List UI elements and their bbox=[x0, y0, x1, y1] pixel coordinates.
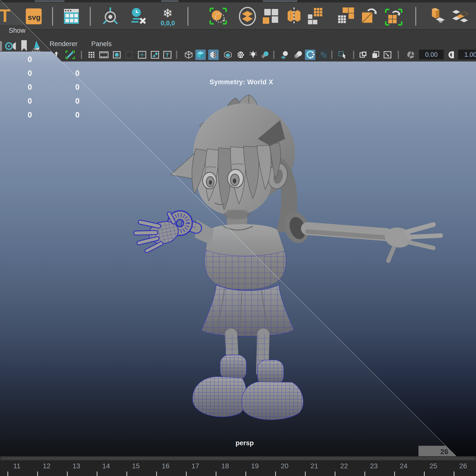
frame-tick bbox=[275, 472, 276, 476]
hud-count: 0 bbox=[25, 69, 35, 78]
arm-right bbox=[280, 209, 441, 261]
hud-count: 0 bbox=[72, 97, 82, 106]
maya-window: { "shelf": { "svg_label": "svg", "snowfl… bbox=[0, 0, 476, 476]
frame-label: 15 bbox=[128, 462, 143, 470]
hud-count: 0 bbox=[25, 83, 35, 92]
frame-label: 16 bbox=[158, 462, 173, 470]
arm-left-wireframe bbox=[136, 214, 196, 251]
frame-label: 20 bbox=[277, 462, 292, 470]
camera-name-label: persp bbox=[236, 439, 254, 447]
frame-tick bbox=[335, 472, 335, 476]
neck-shadow bbox=[223, 210, 251, 219]
frame-tick bbox=[394, 472, 395, 476]
frame-tick bbox=[454, 472, 454, 476]
frame-tick bbox=[424, 472, 425, 476]
frame-tick bbox=[37, 472, 38, 476]
time-range-slider[interactable] bbox=[0, 456, 476, 461]
frame-label: 18 bbox=[218, 462, 233, 470]
frame-label: 26 bbox=[456, 462, 471, 470]
hud-count: 0 bbox=[72, 83, 82, 92]
frame-tick bbox=[7, 472, 8, 476]
frame-label: 13 bbox=[69, 462, 84, 470]
hud-count: 0 bbox=[72, 69, 82, 78]
frame-label: 21 bbox=[307, 462, 322, 470]
frame-tick bbox=[305, 472, 306, 476]
frame-label: 24 bbox=[396, 462, 411, 470]
frame-tick bbox=[126, 472, 127, 476]
hud-count: 0 bbox=[25, 111, 35, 119]
frame-tick bbox=[156, 472, 157, 476]
frame-label: 17 bbox=[188, 462, 203, 470]
boots bbox=[193, 355, 303, 420]
frame-tick bbox=[364, 472, 365, 476]
frame-label: 11 bbox=[9, 462, 24, 470]
frame-label: 22 bbox=[337, 462, 352, 470]
frame-label: 25 bbox=[426, 462, 441, 470]
frame-label: 23 bbox=[366, 462, 381, 470]
hud-count: 0 bbox=[72, 111, 82, 119]
frame-tick bbox=[245, 472, 246, 476]
time-slider[interactable]: 11 12 13 14 15 16 17 18 19 20 21 22 23 2… bbox=[0, 461, 476, 476]
skirt bbox=[201, 285, 294, 336]
nose bbox=[222, 194, 225, 195]
frame-label: 14 bbox=[99, 462, 114, 470]
frame-tick bbox=[216, 472, 216, 476]
symmetry-status: Symmetry: World X bbox=[209, 78, 273, 86]
frame-tick bbox=[67, 472, 68, 476]
range-slider-bar[interactable] bbox=[1, 457, 475, 460]
character-model-3d[interactable] bbox=[0, 0, 476, 476]
frame-label: 19 bbox=[247, 462, 262, 470]
frame-tick bbox=[186, 472, 187, 476]
frame-label: 12 bbox=[39, 462, 54, 470]
hud-count: 0 bbox=[25, 97, 35, 106]
frame-tick bbox=[97, 472, 97, 476]
shirt-wireframe bbox=[205, 250, 286, 290]
hud-count: 0 bbox=[25, 55, 35, 64]
